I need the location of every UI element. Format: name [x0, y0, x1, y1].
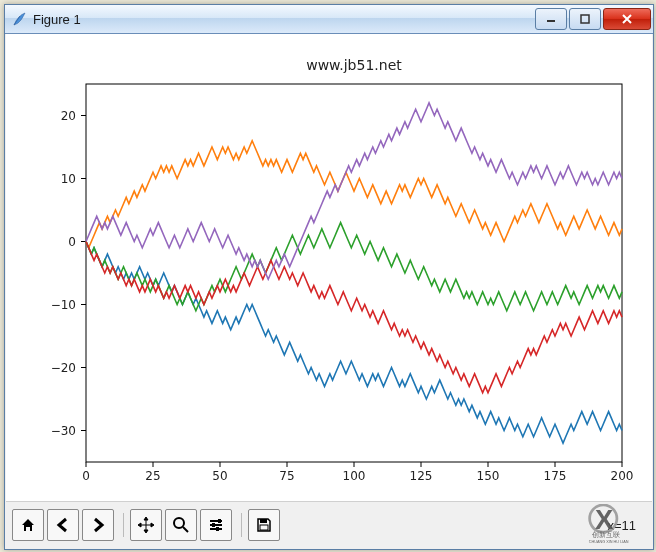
home-icon [19, 516, 37, 534]
titlebar[interactable]: Figure 1 [5, 5, 653, 34]
svg-text:25: 25 [145, 469, 160, 483]
svg-text:0: 0 [68, 235, 76, 249]
svg-text:125: 125 [410, 469, 433, 483]
close-button[interactable] [603, 8, 651, 30]
arrow-right-icon [89, 516, 107, 534]
window-title: Figure 1 [33, 12, 533, 27]
save-icon [255, 516, 273, 534]
svg-text:100: 100 [343, 469, 366, 483]
toolbar-separator [241, 513, 242, 537]
arrow-left-icon [54, 516, 72, 534]
svg-rect-39 [218, 519, 221, 523]
svg-rect-40 [212, 523, 215, 527]
svg-text:20: 20 [61, 109, 76, 123]
logo-text-2: CHUANG XIN HU LIAN [589, 540, 629, 544]
client-area: www.jb51.net0255075100125150175200−30−20… [6, 34, 652, 548]
svg-text:−10: −10 [51, 298, 76, 312]
chart: www.jb51.net0255075100125150175200−30−20… [6, 34, 652, 502]
back-button[interactable] [47, 509, 79, 541]
watermark-logo: X 创新互联 CHUANG XIN HU LIAN [588, 504, 644, 544]
maximize-button[interactable] [569, 8, 601, 30]
svg-text:0: 0 [82, 469, 90, 483]
svg-text:www.jb51.net: www.jb51.net [306, 57, 402, 73]
move-icon [137, 516, 155, 534]
svg-text:150: 150 [477, 469, 500, 483]
zoom-icon [172, 516, 190, 534]
figure-window: Figure 1 www.jb51.net0255075100125150175… [4, 4, 654, 550]
minimize-button[interactable] [535, 8, 567, 30]
svg-line-35 [183, 527, 188, 532]
svg-text:10: 10 [61, 172, 76, 186]
svg-text:200: 200 [611, 469, 634, 483]
svg-rect-2 [86, 84, 622, 462]
svg-text:−30: −30 [51, 424, 76, 438]
logo-text-1: 创新互联 [592, 530, 620, 539]
home-button[interactable] [12, 509, 44, 541]
svg-rect-43 [260, 525, 268, 530]
svg-rect-42 [260, 519, 267, 523]
sliders-icon [207, 516, 225, 534]
forward-button[interactable] [82, 509, 114, 541]
svg-text:50: 50 [212, 469, 227, 483]
svg-text:175: 175 [544, 469, 567, 483]
svg-rect-1 [581, 15, 589, 23]
app-icon [11, 11, 27, 27]
toolbar-separator [123, 513, 124, 537]
zoom-button[interactable] [165, 509, 197, 541]
nav-toolbar: x=11 [6, 501, 652, 548]
svg-text:75: 75 [279, 469, 294, 483]
plot-area: www.jb51.net0255075100125150175200−30−20… [6, 34, 652, 502]
save-button[interactable] [248, 509, 280, 541]
svg-text:−20: −20 [51, 361, 76, 375]
svg-rect-41 [216, 527, 219, 531]
configure-button[interactable] [200, 509, 232, 541]
svg-point-34 [174, 518, 184, 528]
pan-button[interactable] [130, 509, 162, 541]
